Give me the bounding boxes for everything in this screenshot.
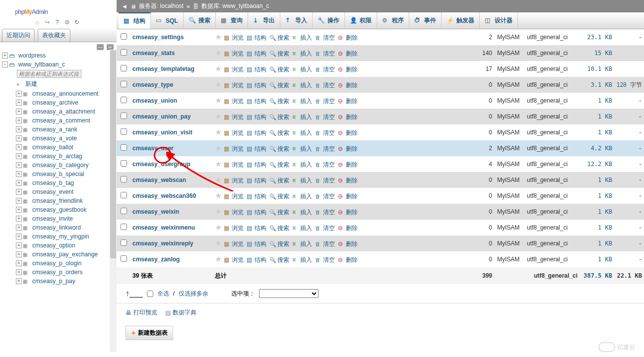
sidebar-table-cmseasy_b_special[interactable]: +cmseasy_b_special <box>0 170 117 178</box>
action-empty[interactable]: 清空 <box>315 65 335 74</box>
row-checkbox[interactable] <box>121 192 127 198</box>
action-insert[interactable]: 插入 <box>292 192 312 201</box>
action-insert[interactable]: 插入 <box>292 177 312 185</box>
favorite-star-icon[interactable]: ★ <box>215 49 222 57</box>
tab-routine[interactable]: 程序 <box>377 12 409 29</box>
action-search[interactable]: 搜索 <box>269 113 289 121</box>
logo[interactable]: phpMyAdmin <box>0 0 117 18</box>
row-checkbox[interactable] <box>121 128 127 135</box>
expand-icon[interactable]: + <box>16 109 22 115</box>
table-name-link[interactable]: cmseasy_webscan <box>132 177 186 183</box>
action-browse[interactable]: 浏览 <box>224 240 244 248</box>
action-search[interactable]: 搜索 <box>269 208 289 217</box>
tab-favorites[interactable]: 表收藏夹 <box>38 29 70 42</box>
expand-icon[interactable]: + <box>16 251 22 257</box>
tab-event[interactable]: 事件 <box>409 12 442 29</box>
action-drop[interactable]: 删除 <box>338 240 358 248</box>
action-drop[interactable]: 删除 <box>338 34 358 42</box>
action-browse[interactable]: 浏览 <box>224 177 244 185</box>
action-insert[interactable]: 插入 <box>292 34 312 42</box>
favorite-star-icon[interactable]: ★ <box>215 128 222 136</box>
tab-designer[interactable]: 设计器 <box>480 12 518 29</box>
sidebar-table-cmseasy_friendlink[interactable]: +cmseasy_friendlink <box>0 196 117 205</box>
sidebar-table-cmseasy_my_yingpin[interactable]: +cmseasy_my_yingpin <box>0 232 117 241</box>
action-empty[interactable]: 清空 <box>315 177 335 185</box>
favorite-star-icon[interactable]: ★ <box>215 80 222 89</box>
favorite-star-icon[interactable]: ★ <box>215 112 222 120</box>
sidebar-table-cmseasy_announcement[interactable]: +cmseasy_announcement <box>0 89 117 98</box>
row-checkbox[interactable] <box>121 255 127 262</box>
tab-import[interactable]: 导入 <box>280 12 313 29</box>
print-view-link[interactable]: 打印预览 <box>126 308 157 317</box>
expand-icon[interactable]: + <box>16 189 22 195</box>
action-browse[interactable]: 浏览 <box>224 208 244 217</box>
table-name-link[interactable]: cmseasy_weixinmenu <box>132 224 195 231</box>
action-insert[interactable]: 插入 <box>292 224 312 233</box>
tab-query[interactable]: 查询 <box>216 12 248 29</box>
expand-icon[interactable]: + <box>16 144 22 150</box>
action-insert[interactable]: 插入 <box>292 129 312 137</box>
expand-icon[interactable]: + <box>16 180 22 186</box>
expand-icon[interactable]: + <box>16 91 22 97</box>
data-dictionary-link[interactable]: 数据字典 <box>165 308 196 317</box>
action-drop[interactable]: 删除 <box>338 129 358 137</box>
action-insert[interactable]: 插入 <box>292 65 312 74</box>
expand-icon[interactable]: + <box>16 100 22 106</box>
favorite-star-icon[interactable]: ★ <box>215 144 222 152</box>
action-browse[interactable]: 浏览 <box>224 65 244 74</box>
action-struct[interactable]: 结构 <box>247 97 266 106</box>
row-checkbox[interactable] <box>121 49 127 56</box>
action-search[interactable]: 搜索 <box>269 192 289 201</box>
action-drop[interactable]: 删除 <box>338 224 358 233</box>
action-browse[interactable]: 浏览 <box>224 97 244 106</box>
action-search[interactable]: 搜索 <box>269 50 289 58</box>
action-browse[interactable]: 浏览 <box>224 192 244 201</box>
action-drop[interactable]: 删除 <box>338 256 358 264</box>
action-struct[interactable]: 结构 <box>247 208 266 217</box>
action-browse[interactable]: 浏览 <box>224 81 244 90</box>
home-icon[interactable] <box>34 19 41 26</box>
settings-icon[interactable] <box>64 19 70 26</box>
action-empty[interactable]: 清空 <box>315 192 335 201</box>
table-name-link[interactable]: cmseasy_user <box>132 145 174 152</box>
action-drop[interactable]: 删除 <box>338 81 358 90</box>
action-struct[interactable]: 结构 <box>247 81 266 90</box>
action-browse[interactable]: 浏览 <box>224 113 244 121</box>
action-insert[interactable]: 插入 <box>292 50 312 58</box>
expand-icon[interactable]: + <box>16 242 22 248</box>
favorite-star-icon[interactable]: ★ <box>215 160 222 168</box>
action-search[interactable]: 搜索 <box>269 256 289 264</box>
tab-trigger[interactable]: 触发器 <box>442 12 480 29</box>
action-insert[interactable]: 插入 <box>292 208 312 217</box>
expand-icon[interactable]: + <box>16 260 22 266</box>
favorite-star-icon[interactable]: ★ <box>215 239 222 247</box>
sidebar-table-cmseasy_archive[interactable]: +cmseasy_archive <box>0 98 117 107</box>
tab-recent[interactable]: 近期访问 <box>2 29 35 42</box>
action-browse[interactable]: 浏览 <box>224 256 244 264</box>
expand-icon[interactable]: + <box>16 234 22 239</box>
action-struct[interactable]: 结构 <box>247 129 266 137</box>
sidebar-table-cmseasy_a_vote[interactable]: +cmseasy_a_vote <box>0 134 117 143</box>
expand-icon[interactable]: + <box>16 216 22 222</box>
action-drop[interactable]: 删除 <box>338 145 358 153</box>
action-struct[interactable]: 结构 <box>247 240 266 248</box>
tab-struct[interactable]: 结构 <box>119 12 151 29</box>
row-checkbox[interactable] <box>121 144 127 151</box>
table-name-link[interactable]: cmseasy_weixinreply <box>132 240 193 247</box>
sidebar-table-cmseasy_event[interactable]: +cmseasy_event <box>0 187 117 196</box>
row-checkbox[interactable] <box>121 224 127 230</box>
action-drop[interactable]: 删除 <box>338 177 358 185</box>
row-checkbox[interactable] <box>121 160 127 167</box>
action-insert[interactable]: 插入 <box>292 256 312 264</box>
action-browse[interactable]: 浏览 <box>224 34 244 42</box>
action-struct[interactable]: 结构 <box>247 224 266 233</box>
action-insert[interactable]: 插入 <box>292 97 312 106</box>
expand-icon[interactable]: + <box>16 135 22 141</box>
docs-icon[interactable] <box>54 19 61 26</box>
table-name-link[interactable]: cmseasy_zanlog <box>132 256 180 263</box>
reload-icon[interactable] <box>73 19 80 26</box>
expand-icon[interactable]: + <box>16 225 22 231</box>
action-struct[interactable]: 结构 <box>247 113 266 121</box>
sidebar-table-cmseasy_pay_exchange[interactable]: +cmseasy_pay_exchange <box>0 250 117 259</box>
table-filter-input[interactable] <box>17 70 81 78</box>
